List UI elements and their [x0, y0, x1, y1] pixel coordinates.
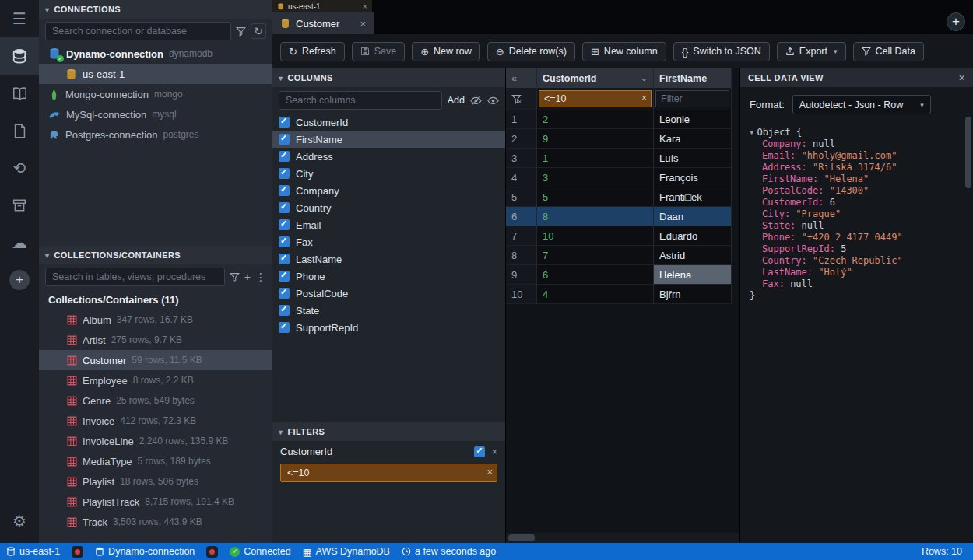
firstname-cell[interactable]: Franti□ek — [654, 187, 732, 207]
customerid-cell[interactable]: 1 — [537, 149, 654, 168]
checkbox-checked-icon[interactable] — [279, 288, 290, 299]
collection-item[interactable]: Customer 59 rows, 11.5 KB — [39, 350, 272, 370]
checkbox-checked-icon[interactable] — [279, 185, 290, 196]
column-checkbox-row[interactable]: City — [272, 165, 505, 182]
row-number-cell[interactable]: 2 — [506, 129, 537, 149]
firstname-cell[interactable]: Kara — [654, 129, 732, 149]
vertical-scrollbar[interactable] — [965, 117, 971, 537]
column-checkbox-row[interactable]: State — [272, 302, 505, 319]
filters-header[interactable]: ▾ FILTERS — [272, 422, 505, 441]
collection-item[interactable]: Album 347 rows, 16.7 KB — [39, 310, 272, 330]
history-rail-icon[interactable]: ⟲ — [0, 149, 39, 187]
row-number-cell[interactable]: 6 — [506, 207, 537, 226]
column-checkbox-row[interactable]: Company — [272, 182, 505, 199]
row-number-cell[interactable]: 3 — [506, 149, 537, 168]
statusbar-status[interactable]: ✓ Connected — [230, 546, 290, 557]
new-column-button[interactable]: ⊞ New column — [582, 42, 666, 61]
table-row[interactable]: 3 1 Luís — [506, 149, 739, 168]
close-icon[interactable]: × — [363, 2, 367, 11]
scrollbar-thumb[interactable] — [508, 534, 535, 541]
column-checkbox-row[interactable]: SupportRepId — [272, 319, 505, 336]
column-checkbox-row[interactable]: Fax — [272, 233, 505, 250]
cell-data-button[interactable]: Cell Data — [853, 42, 924, 61]
column-checkbox-row[interactable]: FirstName — [272, 131, 505, 148]
switch-to-json-button[interactable]: {} Switch to JSON — [673, 42, 770, 61]
kebab-menu-icon[interactable]: ⋮ — [255, 271, 266, 283]
column-checkbox-row[interactable]: PostalCode — [272, 285, 505, 302]
checkbox-checked-icon[interactable] — [279, 134, 290, 145]
collection-item[interactable]: PlaylistTrack 8,715 rows, 191.4 KB — [39, 492, 272, 512]
customerid-cell[interactable]: 2 — [537, 110, 654, 129]
connection-item-mysql[interactable]: MySql-connection mysql — [39, 104, 272, 124]
new-row-button[interactable]: ⊕ New row — [412, 42, 480, 61]
eye-icon[interactable] — [487, 95, 499, 107]
add-column-button[interactable]: Add — [448, 95, 465, 106]
column-header-firstname[interactable]: FirstName — [654, 68, 732, 89]
database-item-us-east-1[interactable]: us-east-1 — [39, 64, 272, 84]
firstname-cell[interactable]: Daan — [654, 207, 732, 226]
column-checkbox-row[interactable]: Email — [272, 216, 505, 233]
eye-off-icon[interactable] — [470, 95, 482, 107]
checkbox-checked-icon[interactable] — [279, 305, 290, 316]
firstname-cell[interactable]: Astrid — [654, 246, 732, 265]
row-number-cell[interactable]: 4 — [506, 168, 537, 187]
customerid-cell[interactable]: 3 — [537, 168, 654, 187]
delete-rows-button[interactable]: ⊖ Delete row(s) — [487, 42, 575, 61]
collection-item[interactable]: InvoiceLine 2,240 rows, 135.9 KB — [39, 431, 272, 451]
collection-item[interactable]: Invoice 412 rows, 72.3 KB — [39, 411, 272, 431]
table-row[interactable]: 10 4 Bjřrn — [506, 285, 739, 304]
statusbar-time[interactable]: a few seconds ago — [402, 546, 496, 557]
row-number-cell[interactable]: 8 — [506, 246, 537, 265]
chevron-down-icon[interactable]: ⌄ — [641, 73, 648, 83]
firstname-cell[interactable]: Bjřrn — [654, 285, 732, 304]
connection-color-icon[interactable] — [72, 546, 83, 558]
table-row[interactable]: 9 6 Helena — [506, 265, 739, 285]
close-icon[interactable]: × — [958, 72, 965, 84]
columns-panel-header[interactable]: ▾ COLUMNS — [272, 68, 505, 87]
files-rail-icon[interactable] — [0, 112, 39, 149]
connection-color-icon[interactable] — [206, 546, 218, 558]
customerid-cell[interactable]: 4 — [537, 285, 654, 304]
row-number-cell[interactable]: 9 — [506, 265, 537, 285]
settings-gear-icon[interactable]: ⚙ — [0, 502, 39, 540]
customerid-cell[interactable]: 9 — [537, 129, 654, 149]
cloud-rail-icon[interactable]: ☁ — [0, 224, 39, 261]
row-number-cell[interactable]: 1 — [506, 110, 537, 129]
column-checkbox-row[interactable]: Address — [272, 148, 505, 165]
firstname-cell[interactable]: Eduardo — [654, 226, 732, 246]
tab-customer[interactable]: Customer × — [272, 12, 374, 34]
save-button[interactable]: Save — [352, 42, 406, 61]
refresh-button[interactable]: ↻ Refresh — [280, 42, 345, 61]
firstname-cell[interactable]: Helena — [654, 265, 732, 285]
grid-corner-cell[interactable]: « — [506, 68, 537, 89]
checkbox-checked-icon[interactable] — [279, 202, 290, 213]
statusbar-engine[interactable]: ▦ AWS DynamoDB — [303, 546, 390, 558]
collection-item[interactable]: Employee 8 rows, 2.2 KB — [39, 370, 272, 390]
connection-item-mongo[interactable]: Mongo-connection mongo — [39, 84, 272, 104]
clear-filter-icon[interactable]: × — [486, 466, 493, 478]
customerid-cell[interactable]: 7 — [537, 246, 654, 265]
refresh-connections-icon[interactable]: ↻ — [251, 23, 266, 39]
collections-header[interactable]: ▾ COLLECTIONS/CONTAINERS — [39, 246, 272, 264]
connection-item-postgres[interactable]: Postgres-connection postgres — [39, 124, 272, 145]
checkbox-checked-icon[interactable] — [279, 151, 290, 162]
table-row[interactable]: 4 3 François — [506, 168, 739, 187]
export-button[interactable]: Export ▾ — [777, 42, 846, 61]
collections-group-label[interactable]: Collections/Containers (11) — [39, 289, 272, 310]
table-row[interactable]: 1 2 Leonie — [506, 110, 739, 129]
checkbox-checked-icon[interactable] — [279, 322, 290, 333]
checkbox-checked-icon[interactable] — [279, 271, 290, 282]
statusbar-connection[interactable]: Dynamo-connection — [95, 546, 195, 557]
table-row[interactable]: 6 8 Daan — [506, 207, 739, 226]
connection-item-dynamo[interactable]: ✓ Dynamo-connection dynamodb — [39, 44, 272, 64]
format-select[interactable]: Autodetect - Json - Row ▾ — [792, 95, 931, 114]
add-connection-rail-button[interactable]: + — [0, 261, 39, 299]
column-header-customerid[interactable]: CustomerId ⌄ — [537, 68, 654, 89]
statusbar-database[interactable]: us-east-1 — [6, 546, 60, 557]
table-row[interactable]: 7 10 Eduardo — [506, 226, 739, 246]
collection-item[interactable]: Genre 25 rows, 549 bytes — [39, 390, 272, 411]
checkbox-checked-icon[interactable] — [279, 236, 290, 247]
table-row[interactable]: 8 7 Astrid — [506, 246, 739, 265]
filter-enabled-checkbox[interactable] — [474, 446, 485, 457]
close-icon[interactable]: × — [360, 18, 366, 30]
